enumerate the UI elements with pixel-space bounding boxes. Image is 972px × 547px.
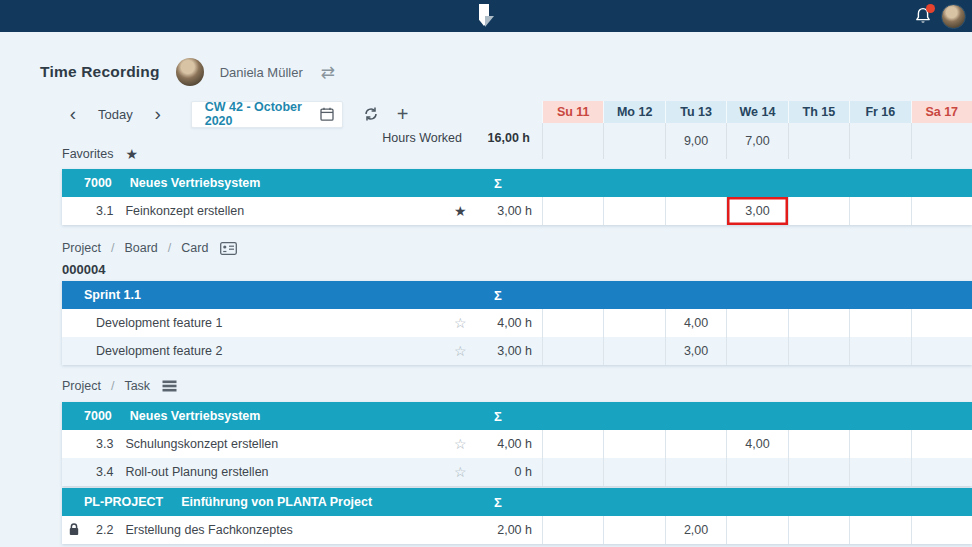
time-entry-cell[interactable]: [849, 430, 910, 458]
breadcrumb-separator: /: [168, 241, 171, 255]
task-row[interactable]: 3.1 Feinkonzept erstellen ★ 3,00 h 3,00: [62, 197, 972, 225]
breadcrumb-project[interactable]: Project: [62, 241, 101, 255]
time-entry-cell[interactable]: [542, 309, 603, 337]
time-entry-cell[interactable]: [849, 458, 910, 486]
time-entry-cell[interactable]: [849, 197, 910, 225]
time-entry-cell[interactable]: [542, 197, 603, 225]
favorite-star-icon[interactable]: ☆: [454, 436, 467, 452]
top-navigation-bar: [0, 0, 972, 32]
breadcrumb-board[interactable]: Board: [124, 241, 157, 255]
time-entry-cell[interactable]: [542, 430, 603, 458]
time-entry-cell[interactable]: [849, 309, 910, 337]
time-entry-cell[interactable]: [603, 458, 664, 486]
task-id: 3.4: [96, 465, 113, 479]
breadcrumb-separator: /: [111, 241, 114, 255]
breadcrumb-project[interactable]: Project: [62, 379, 101, 393]
project-code: PL-PROJECT: [84, 495, 163, 509]
task-week-sum: 4,00 h: [497, 316, 532, 330]
time-entry-cell[interactable]: [603, 430, 664, 458]
user-avatar: [176, 58, 204, 86]
card-icon: [220, 242, 237, 255]
task-day-cells: 4,00: [542, 430, 972, 458]
previous-week-button[interactable]: ‹: [62, 101, 84, 127]
task-day-cells: 3,00: [542, 197, 972, 225]
favorite-star-icon[interactable]: ☆: [454, 464, 467, 480]
time-entry-cell[interactable]: [726, 516, 787, 544]
time-entry-cell[interactable]: [849, 516, 910, 544]
breadcrumb-card[interactable]: Card: [181, 241, 208, 255]
sum-symbol: Σ: [486, 176, 510, 191]
time-entry-cell[interactable]: [542, 516, 603, 544]
task-id: 2.2: [96, 523, 113, 537]
sprint-group-header[interactable]: Sprint 1.1 Σ: [62, 281, 972, 309]
time-entry-cell[interactable]: [788, 516, 849, 544]
time-entry-cell[interactable]: [665, 458, 726, 486]
daily-total-cell: [788, 123, 849, 159]
time-entry-cell[interactable]: [665, 197, 726, 225]
task-week-sum: 2,00 h: [497, 523, 532, 537]
topbar-avatar[interactable]: [941, 4, 966, 29]
time-entry-cell[interactable]: [788, 337, 849, 365]
weekday-header: Su 11: [542, 101, 603, 123]
time-entry-cell[interactable]: [726, 458, 787, 486]
task-row[interactable]: 3.4 Roll-out Planung erstellen ☆ 0 h: [62, 458, 972, 486]
switch-user-icon[interactable]: ⇄: [321, 62, 335, 83]
notifications-bell-icon[interactable]: [913, 6, 933, 26]
task-row[interactable]: Development feature 2 ☆ 3,00 h 3,00: [62, 337, 972, 365]
today-button[interactable]: Today: [98, 107, 133, 122]
time-entry-cell[interactable]: [911, 197, 972, 225]
time-entry-cell[interactable]: [788, 430, 849, 458]
sum-symbol: Σ: [486, 288, 510, 303]
time-entry-cell[interactable]: [911, 337, 972, 365]
project-title: Neues Vertriebsystem: [130, 176, 261, 190]
project-group-header[interactable]: PL-PROJECT Einführung von PLANTA Project…: [62, 488, 972, 516]
breadcrumb-task[interactable]: Task: [124, 379, 150, 393]
daily-total-cell: 9,00: [665, 123, 726, 159]
task-info: 3.4 Roll-out Planung erstellen ☆ 0 h: [62, 458, 542, 486]
time-entry-cell[interactable]: 4,00: [665, 309, 726, 337]
favorite-star-icon[interactable]: ★: [454, 203, 467, 219]
time-entry-cell[interactable]: 4,00: [726, 430, 787, 458]
task-row[interactable]: 2.2 Erstellung des Fachkonzeptes 2,00 h …: [62, 516, 972, 544]
weekday-header: Tu 13: [665, 101, 726, 123]
favorites-section-label: Favorites ★: [62, 146, 138, 162]
daily-totals-row: 9,007,00: [542, 123, 972, 159]
favorite-star-icon[interactable]: ☆: [454, 343, 467, 359]
time-entry-cell[interactable]: [603, 516, 664, 544]
hours-worked-label: Hours Worked: [330, 131, 462, 145]
weekday-header: Th 15: [788, 101, 849, 123]
task-row[interactable]: Development feature 1 ☆ 4,00 h 4,00: [62, 309, 972, 337]
time-entry-cell[interactable]: 3,00: [665, 337, 726, 365]
time-entry-cell[interactable]: [788, 197, 849, 225]
favorite-star-icon[interactable]: ☆: [454, 315, 467, 331]
time-entry-cell[interactable]: [911, 458, 972, 486]
time-entry-cell[interactable]: [542, 337, 603, 365]
sum-symbol: Σ: [486, 495, 510, 510]
next-week-button[interactable]: ›: [147, 101, 169, 127]
time-entry-cell[interactable]: 2,00: [665, 516, 726, 544]
time-entry-cell[interactable]: [665, 430, 726, 458]
task-name: Schulungskonzept erstellen: [125, 437, 278, 451]
task-row[interactable]: 3.3 Schulungskonzept erstellen ☆ 4,00 h …: [62, 430, 972, 458]
refresh-icon[interactable]: [363, 106, 379, 122]
time-entry-cell[interactable]: [726, 309, 787, 337]
period-picker[interactable]: CW 42 - October 2020: [191, 101, 343, 128]
time-entry-cell[interactable]: [911, 309, 972, 337]
time-entry-cell[interactable]: [911, 516, 972, 544]
time-entry-cell[interactable]: [849, 337, 910, 365]
time-entry-cell[interactable]: [788, 458, 849, 486]
add-entry-button[interactable]: +: [397, 102, 409, 126]
task-info: 2.2 Erstellung des Fachkonzeptes 2,00 h: [62, 516, 542, 544]
time-entry-cell[interactable]: [542, 458, 603, 486]
task-name: Development feature 1: [96, 316, 222, 330]
project-group-header[interactable]: 7000 Neues Vertriebsystem Σ: [62, 402, 972, 430]
time-entry-cell[interactable]: [788, 309, 849, 337]
project-group-header[interactable]: 7000 Neues Vertriebsystem Σ: [62, 169, 972, 197]
time-entry-cell[interactable]: [603, 197, 664, 225]
time-entry-cell[interactable]: [726, 337, 787, 365]
time-entry-cell[interactable]: [603, 337, 664, 365]
time-entry-cell[interactable]: [911, 430, 972, 458]
time-entry-cell[interactable]: [603, 309, 664, 337]
time-entry-cell[interactable]: 3,00: [726, 197, 787, 225]
daily-total-cell: [603, 123, 664, 159]
